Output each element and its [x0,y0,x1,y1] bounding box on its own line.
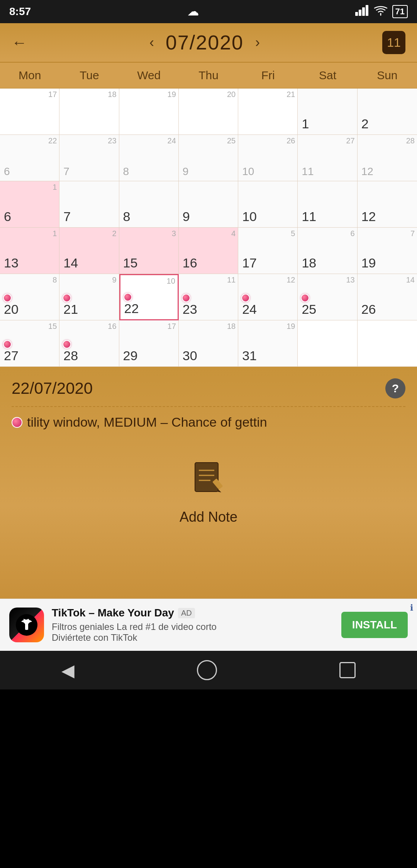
cal-cell-empty-4[interactable]: 20 [179,89,238,135]
nav-home-button[interactable] [197,660,217,680]
cal-cell-2[interactable]: 2 [358,89,417,135]
cal-cell-empty-1[interactable]: 17 [0,89,59,135]
cal-cell-10[interactable]: 10 [238,181,298,228]
weekday-tue: Tue [59,63,119,88]
svg-rect-2 [362,7,365,16]
cal-cell-15[interactable]: 315 [119,228,179,274]
detail-divider [12,406,405,407]
fertility-indicator-dot [12,417,22,428]
calendar-icon-label: 11 [387,36,401,50]
ad-banner: TikTok – Make Your Day AD Filtros genial… [0,599,417,651]
cal-cell-8[interactable]: 8 [119,181,179,228]
nav-back-button[interactable]: ◀ [61,660,75,680]
cal-cell-empty-end-2[interactable] [358,320,417,367]
detail-panel: 22/07/2020 ? tility window, MEDIUM – Cha… [0,367,417,599]
ad-install-button[interactable]: INSTALL [341,612,408,638]
cal-cell-7[interactable]: 7 [59,181,119,228]
nav-recents-button[interactable] [339,662,356,678]
selected-date-label: 22/07/2020 [12,379,93,398]
ad-badge: AD [178,608,195,618]
ad-info-icon[interactable]: ℹ [410,603,413,613]
battery-indicator: 71 [392,5,408,18]
cal-cell-30[interactable]: 18 30 [179,320,238,367]
svg-rect-0 [355,12,358,16]
wifi-icon [374,5,388,19]
cal-cell-21[interactable]: 9 21 [59,274,119,320]
status-right: 71 [355,5,408,19]
svg-rect-1 [359,10,361,16]
fertility-description: tility window, MEDIUM – Chance of gettin [27,415,267,430]
cal-cell-empty-5[interactable]: 21 [238,89,298,135]
cal-cell-14[interactable]: 214 [59,228,119,274]
cal-cell-17[interactable]: 517 [238,228,298,274]
fertility-dot-27 [3,340,12,349]
cal-cell-26[interactable]: 14 26 [358,274,417,320]
weekday-wed: Wed [119,63,179,88]
ad-title-row: TikTok – Make Your Day AD [52,607,334,619]
fertility-dot-20 [3,294,12,302]
cal-cell-29[interactable]: 17 29 [119,320,179,367]
ad-line2: Diviértete con TikTok [52,632,334,643]
cal-cell-12[interactable]: 12 [358,181,417,228]
cal-cell-row2-7[interactable]: 2812 [358,135,417,181]
weekday-mon: Mon [0,63,59,88]
add-note-section: Add Note [12,461,405,525]
next-month-button[interactable]: › [255,34,260,51]
cal-cell-row2-4[interactable]: 259 [179,135,238,181]
calendar-app: ← ‹ 07/2020 › 11 Mon Tue Wed Thu Fri Sat… [0,23,417,651]
status-bar: 8:57 ☁ 71 [0,0,417,23]
cal-cell-20[interactable]: 8 20 [0,274,59,320]
cal-cell-16[interactable]: 416 [179,228,238,274]
bottom-nav-bar: ◀ [0,651,417,689]
cal-cell-empty-3[interactable]: 19 [119,89,179,135]
cal-cell-row2-5[interactable]: 2610 [238,135,298,181]
cal-cell-empty-end-1[interactable] [298,320,357,367]
weekday-fri: Fri [238,63,298,88]
status-time: 8:57 [9,5,31,18]
cal-cell-row2-3[interactable]: 248 [119,135,179,181]
cal-cell-19[interactable]: 719 [358,228,417,274]
cal-cell-row2-6[interactable]: 2711 [298,135,357,181]
svg-rect-4 [195,463,218,492]
cal-cell-11[interactable]: 11 [298,181,357,228]
ad-content: TikTok – Make Your Day AD Filtros genial… [52,607,334,643]
day-headers: Mon Tue Wed Thu Fri Sat Sun [0,63,417,89]
cal-cell-25[interactable]: 13 25 [298,274,357,320]
cal-cell-6[interactable]: 16 [0,181,59,228]
fertility-row: tility window, MEDIUM – Chance of gettin [12,415,405,430]
prev-month-button[interactable]: ‹ [149,34,154,51]
add-note-label[interactable]: Add Note [180,509,237,525]
ad-logo [9,608,44,642]
month-nav: ‹ 07/2020 › [149,31,260,54]
cal-cell-1[interactable]: 1 [298,89,357,135]
cal-cell-22[interactable]: 10 22 [119,274,179,320]
cal-cell-row2-1[interactable]: 226 [0,135,59,181]
fertility-dot-22 [124,293,132,301]
help-button[interactable]: ? [385,378,405,398]
signal-icon [355,5,369,19]
cal-cell-31[interactable]: 19 31 [238,320,298,367]
month-year-label: 07/2020 [166,31,244,54]
ad-title: TikTok – Make Your Day [52,607,174,619]
calendar-header: ← ‹ 07/2020 › 11 [0,23,417,63]
cal-cell-28[interactable]: 16 28 [59,320,119,367]
cloud-icon: ☁ [188,5,198,18]
weekday-sat: Sat [298,63,357,88]
back-button[interactable]: ← [12,34,27,51]
calendar-view-button[interactable]: 11 [382,31,405,54]
cal-cell-9[interactable]: 9 [179,181,238,228]
cal-cell-23[interactable]: 11 23 [179,274,238,320]
ad-line1: Filtros geniales La red #1 de video cort… [52,621,334,632]
cal-cell-24[interactable]: 12 24 [238,274,298,320]
fertility-dot-21 [63,294,71,302]
fertility-dot-24 [241,294,250,302]
cal-cell-empty-2[interactable]: 18 [59,89,119,135]
add-note-icon[interactable] [191,461,226,503]
cal-cell-27[interactable]: 15 27 [0,320,59,367]
weekday-sun: Sun [358,63,417,88]
cal-cell-18[interactable]: 618 [298,228,357,274]
fertility-dot-28 [63,340,71,349]
cal-cell-row2-2[interactable]: 237 [59,135,119,181]
detail-date-row: 22/07/2020 ? [12,378,405,398]
cal-cell-13[interactable]: 113 [0,228,59,274]
